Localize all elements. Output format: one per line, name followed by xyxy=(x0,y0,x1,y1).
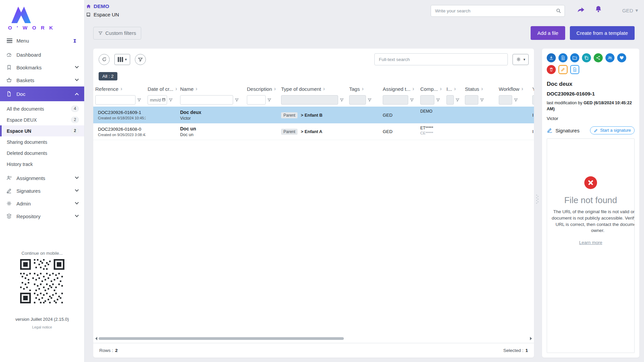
sort-icon[interactable]: › xyxy=(481,86,483,92)
sort-icon[interactable]: › xyxy=(120,86,122,92)
columns-button[interactable]: ▾ xyxy=(114,54,130,65)
favorite-heart-button[interactable] xyxy=(617,53,626,62)
sidebar-item-repository[interactable]: Repository xyxy=(0,210,84,223)
panel-resize-handle[interactable] xyxy=(536,194,539,204)
properties-button[interactable] xyxy=(570,65,579,74)
space-crumb[interactable]: Espace UN xyxy=(86,12,119,17)
filter-funnel-icon[interactable] xyxy=(410,98,414,102)
i-filter-input[interactable] xyxy=(446,95,454,105)
filters-button[interactable] xyxy=(135,54,146,65)
create-from-template-button[interactable]: Create from a template xyxy=(570,26,635,40)
table-row[interactable]: DOC230926-01609-1 Created on 6/18/2024 1… xyxy=(93,107,534,123)
sidebar-item-signatures[interactable]: Signatures xyxy=(0,184,84,197)
filter-funnel-icon[interactable] xyxy=(514,98,518,102)
add-file-button[interactable]: Add a file xyxy=(531,26,565,40)
search-icon[interactable] xyxy=(556,8,561,14)
sidebar-item-baskets[interactable]: Baskets xyxy=(0,74,84,86)
edit-button[interactable] xyxy=(558,65,568,74)
sidebar-subitem-all-documents[interactable]: All the documents 4 xyxy=(0,103,84,114)
sidebar-subitem-espace-deux[interactable]: Espace DEUX 2 xyxy=(0,114,84,125)
scrollbar-thumb[interactable] xyxy=(99,337,344,340)
date-filter-input[interactable] xyxy=(148,95,167,105)
column-header-name[interactable]: Name› xyxy=(178,84,245,93)
new-version-button[interactable] xyxy=(558,53,568,62)
column-header-date[interactable]: Date of cr...› xyxy=(146,84,178,93)
filter-funnel-icon[interactable] xyxy=(235,98,239,102)
sidebar-subitem-espace-un[interactable]: Espace UN 2 xyxy=(0,125,84,136)
share-nodes-button[interactable] xyxy=(594,53,603,62)
column-header-y[interactable]: Y... xyxy=(530,84,534,93)
reference-filter-input[interactable] xyxy=(95,95,136,105)
column-header-type[interactable]: Type of document› xyxy=(279,84,347,93)
sidebar-item-assignments[interactable]: Assignments xyxy=(0,172,84,184)
column-header-description[interactable]: Description› xyxy=(245,84,279,93)
workspace-crumb[interactable]: DEMO xyxy=(86,3,119,9)
table-settings-button[interactable]: ▾ xyxy=(513,54,529,65)
fulltext-search-input[interactable] xyxy=(374,53,508,65)
filter-funnel-icon[interactable] xyxy=(267,98,271,102)
sort-icon[interactable]: › xyxy=(454,86,456,92)
users-button[interactable] xyxy=(605,53,614,62)
notifications-bell-icon[interactable] xyxy=(594,5,602,13)
column-header-company[interactable]: Comp...› xyxy=(418,84,444,93)
sort-icon[interactable]: › xyxy=(413,86,414,92)
sidebar-item-doc[interactable]: Doc xyxy=(0,86,84,101)
filter-funnel-icon[interactable] xyxy=(137,98,141,102)
sidebar-item-admin[interactable]: Admin xyxy=(0,197,84,210)
filter-funnel-icon[interactable] xyxy=(169,98,173,102)
scroll-right-arrow[interactable] xyxy=(530,337,532,340)
tags-filter-input[interactable] xyxy=(349,95,366,105)
assigned-filter-input[interactable] xyxy=(383,95,408,105)
sidebar-subitem-history-track[interactable]: History track xyxy=(0,159,84,170)
hamburger-menu-icon[interactable] xyxy=(7,39,12,43)
scrollbar-track[interactable] xyxy=(99,337,529,340)
sort-icon[interactable]: › xyxy=(362,86,364,92)
sort-icon[interactable]: › xyxy=(175,86,177,92)
sidebar-subitem-sharing-documents[interactable]: Sharing documents xyxy=(0,136,84,147)
column-header-status[interactable]: Status› xyxy=(463,84,497,93)
sidebar-item-bookmarks[interactable]: Bookmarks xyxy=(0,61,84,74)
status-filter-input[interactable] xyxy=(465,95,478,105)
name-filter-input[interactable] xyxy=(180,95,233,105)
scroll-left-arrow[interactable] xyxy=(95,337,97,340)
filter-funnel-icon[interactable] xyxy=(436,98,440,102)
column-header-assigned[interactable]: Assigned t...› xyxy=(381,84,418,93)
legal-notice-link[interactable]: Legal notice xyxy=(32,325,52,329)
global-search-input[interactable] xyxy=(431,5,565,17)
tab-all[interactable]: All : 2 xyxy=(99,72,117,80)
open-folder-button[interactable] xyxy=(570,53,579,62)
horizontal-scrollbar[interactable] xyxy=(95,336,532,341)
description-filter-input[interactable] xyxy=(247,95,266,105)
sort-icon[interactable]: › xyxy=(323,86,325,92)
learn-more-link[interactable]: Learn more xyxy=(579,240,602,245)
company-filter-input[interactable] xyxy=(420,95,434,105)
workflow-filter-input[interactable] xyxy=(499,95,512,105)
filter-funnel-icon[interactable] xyxy=(340,98,344,102)
pin-sidebar-icon[interactable] xyxy=(72,38,77,44)
copy-button[interactable] xyxy=(582,53,591,62)
sidebar-item-dashboard[interactable]: Dashboard xyxy=(0,48,84,61)
sort-icon[interactable]: › xyxy=(274,86,276,92)
column-header-i[interactable]: I...› xyxy=(444,84,463,93)
share-button[interactable] xyxy=(577,6,585,14)
y-filter-input[interactable] xyxy=(532,95,534,105)
download-button[interactable] xyxy=(547,53,556,62)
sort-icon[interactable]: › xyxy=(440,86,442,92)
column-header-tags[interactable]: Tags› xyxy=(347,84,381,93)
custom-filters-button[interactable]: Custom filters xyxy=(93,27,141,40)
brand-wordmark: O ' W O R K xyxy=(8,25,84,31)
table-row[interactable]: DOC230926-01608-0 Created on 9/26/2023 3… xyxy=(93,123,534,140)
sort-icon[interactable]: › xyxy=(521,86,523,92)
start-signature-button[interactable]: Start a signature xyxy=(590,126,635,134)
sort-icon[interactable]: › xyxy=(196,86,197,92)
user-menu[interactable]: GED ▾ xyxy=(622,7,638,13)
refresh-button[interactable] xyxy=(99,54,110,65)
column-header-workflow[interactable]: Workflow› xyxy=(497,84,530,93)
filter-funnel-icon[interactable] xyxy=(480,98,484,102)
filter-funnel-icon[interactable] xyxy=(455,98,460,102)
type-filter-input[interactable] xyxy=(281,95,338,105)
filter-funnel-icon[interactable] xyxy=(368,98,372,102)
delete-button[interactable] xyxy=(547,65,556,74)
sidebar-subitem-deleted-documents[interactable]: Deleted documents xyxy=(0,147,84,159)
column-header-reference[interactable]: Reference› xyxy=(93,84,146,93)
